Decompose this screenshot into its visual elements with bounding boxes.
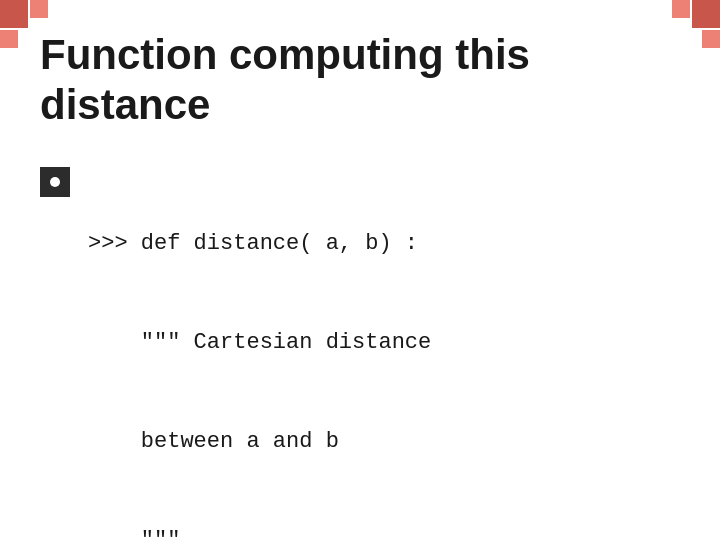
title-line1: Function computing this [40, 31, 530, 78]
code-block: >>> def distance( a, b) : """ Cartesian … [88, 161, 603, 540]
code-line-2: """ Cartesian distance [88, 326, 603, 359]
bullet-icon [40, 167, 70, 197]
code-line-3: between a and b [88, 425, 603, 458]
slide-title: Function computing this distance [40, 30, 680, 131]
bullet-point: >>> def distance( a, b) : """ Cartesian … [40, 161, 680, 540]
code-line-4: """ [88, 524, 603, 540]
slide-content: Function computing this distance >>> def… [0, 0, 720, 540]
title-line2: distance [40, 81, 210, 128]
code-line-1: >>> def distance( a, b) : [88, 227, 603, 260]
content-area: >>> def distance( a, b) : """ Cartesian … [40, 161, 680, 540]
